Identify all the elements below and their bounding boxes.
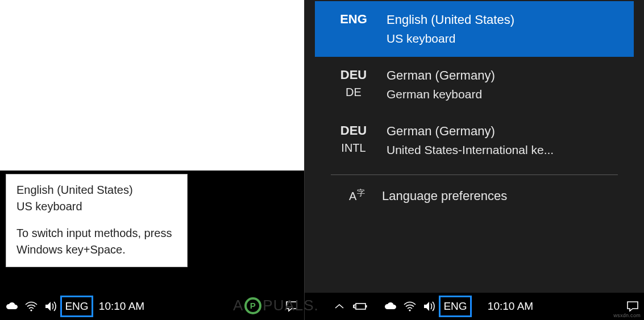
svg-rect-4 <box>365 305 367 307</box>
left-panel: English (United States) US keyboard To s… <box>0 0 304 320</box>
tooltip-layout: US keyboard <box>16 199 177 214</box>
svg-rect-3 <box>356 304 365 309</box>
tray-overflow-icon[interactable] <box>330 293 349 320</box>
watermark-ring-icon: P <box>244 297 261 314</box>
language-code-sub: INTL <box>325 140 382 155</box>
tooltip-hint-1: To switch input methods, press <box>16 226 177 241</box>
taskbar-clock[interactable]: 10:10 AM <box>482 300 539 313</box>
clock-text: 10:10 AM <box>99 300 144 312</box>
language-preferences-link[interactable]: A 字 Language preferences <box>315 175 634 216</box>
tooltip-language: English (United States) <box>16 182 177 198</box>
language-subtitle: United States-International ke... <box>387 142 619 158</box>
wifi-icon[interactable] <box>22 293 41 320</box>
svg-text:字: 字 <box>357 188 365 197</box>
svg-point-5 <box>409 309 410 311</box>
language-code-main: ENG <box>340 12 367 26</box>
language-description: German (Germany) United States-Internati… <box>382 123 619 158</box>
language-option-german-de[interactable]: DEU DE German (Germany) German keyboard <box>315 57 634 113</box>
language-title: German (Germany) <box>387 124 495 138</box>
language-description: German (Germany) German keyboard <box>382 67 619 102</box>
language-code-main: DEU <box>340 123 367 138</box>
language-indicator-label: ENG <box>443 300 467 313</box>
language-indicator-label: ENG <box>65 300 88 313</box>
power-icon[interactable] <box>349 293 371 320</box>
right-panel: ENG English (United States) US keyboard … <box>305 0 644 320</box>
language-preferences-label: Language preferences <box>382 189 507 203</box>
language-indicator[interactable]: ENG <box>439 296 472 317</box>
language-code-sub: DE <box>325 85 382 99</box>
language-code: ENG <box>325 11 382 47</box>
language-option-english-us[interactable]: ENG English (United States) US keyboard <box>315 1 634 57</box>
language-description: English (United States) US keyboard <box>382 11 619 47</box>
clock-text: 10:10 AM <box>488 300 533 312</box>
watermark-text-2: PUALS. <box>263 297 319 314</box>
watermark: A P PUALS. <box>233 297 319 314</box>
tooltip-hint-2: Windows key+Space. <box>16 242 177 257</box>
left-whitespace <box>0 0 304 171</box>
language-subtitle: German keyboard <box>387 86 619 102</box>
volume-icon[interactable] <box>419 293 439 320</box>
language-option-german-intl[interactable]: DEU INTL German (Germany) United States-… <box>315 113 634 168</box>
language-preferences-icon: A 字 <box>332 188 382 205</box>
volume-icon[interactable] <box>41 293 60 320</box>
source-watermark: wsxdn.com <box>613 313 641 318</box>
onedrive-icon[interactable] <box>381 293 400 320</box>
language-code-main: DEU <box>340 68 367 82</box>
taskbar-clock[interactable]: 10:10 AM <box>93 300 150 313</box>
watermark-ring-letter: P <box>250 301 256 310</box>
language-code: DEU INTL <box>325 123 382 158</box>
language-indicator[interactable]: ENG <box>60 296 93 317</box>
language-title: English (United States) <box>387 13 514 27</box>
language-subtitle: US keyboard <box>387 30 619 47</box>
language-flyout: ENG English (United States) US keyboard … <box>315 1 634 286</box>
onedrive-icon[interactable] <box>2 293 22 320</box>
language-title: German (Germany) <box>387 68 495 82</box>
language-code: DEU DE <box>325 67 382 102</box>
taskbar-right: ENG 10:10 AM <box>305 293 644 320</box>
svg-text:A: A <box>349 190 357 202</box>
svg-point-0 <box>30 309 32 311</box>
wifi-icon[interactable] <box>400 293 419 320</box>
watermark-text-1: A <box>233 297 243 314</box>
language-tooltip: English (United States) US keyboard To s… <box>6 174 188 267</box>
